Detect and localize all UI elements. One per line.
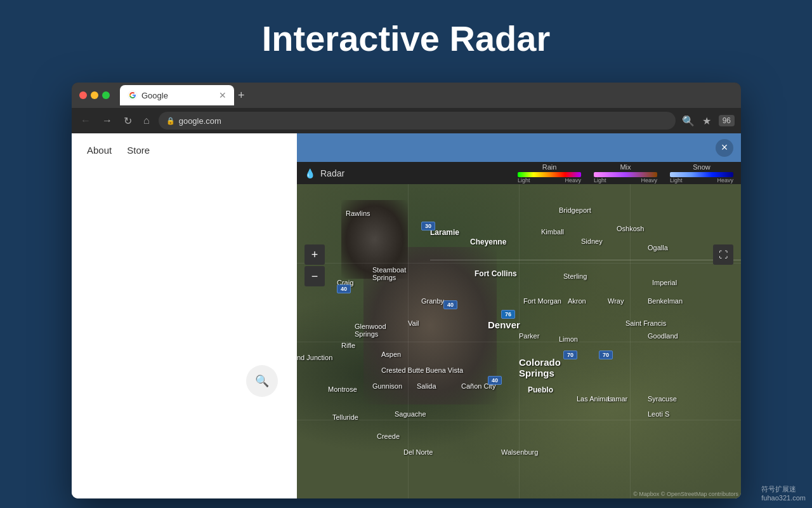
radar-drops-icon: 💧 [304, 168, 315, 178]
bookmark-icon[interactable]: ★ [702, 115, 711, 127]
map-container[interactable]: Rawlins Laramie Cheyenne Bridgeport Kimb… [297, 184, 741, 498]
map-zoom-controls: + − [304, 244, 325, 286]
zoom-badge: 96 [719, 115, 735, 126]
lock-icon: 🔒 [166, 117, 175, 125]
mix-light: Light [594, 177, 606, 184]
tab-title: Google [141, 91, 168, 100]
zoom-in-button[interactable]: + [304, 244, 325, 265]
bottom-watermark: 符号扩展迷 fuhao321.com [761, 485, 806, 502]
rain-heavy: Heavy [565, 177, 581, 184]
fullscreen-icon: ⛶ [719, 250, 728, 260]
mix-heavy: Heavy [641, 177, 657, 184]
radar-label: Radar [320, 168, 344, 178]
new-tab-button[interactable]: + [238, 89, 245, 102]
minimize-traffic-light[interactable] [91, 91, 98, 99]
snow-label: Snow [693, 163, 710, 171]
map-watermark: © Mapbox © OpenStreetMap contributors [633, 491, 738, 497]
search-icon[interactable]: 🔍 [682, 115, 695, 127]
address-field[interactable]: 🔒 google.com [159, 112, 676, 130]
close-traffic-light[interactable] [79, 91, 87, 99]
page-title: Interactive Radar [0, 0, 812, 72]
radar-legend: 💧 Radar Rain Light Heavy Mix [297, 162, 741, 184]
radar-topbar: × [297, 133, 741, 162]
rain-bar [518, 172, 581, 177]
forward-button[interactable]: → [100, 112, 115, 129]
search-magnifier-icon: 🔍 [255, 374, 269, 388]
maximize-traffic-light[interactable] [102, 91, 110, 99]
grid-line-v2 [519, 184, 520, 498]
close-x-icon: × [721, 141, 728, 154]
reload-button[interactable]: ↻ [121, 112, 134, 130]
mix-legend: Mix Light Heavy [594, 163, 657, 184]
snow-range: Light Heavy [670, 177, 733, 184]
back-button[interactable]: ← [78, 112, 93, 129]
tab-close-button[interactable]: ✕ [219, 90, 226, 100]
mix-range: Light Heavy [594, 177, 657, 184]
browser-titlebar: Google ✕ + [72, 83, 741, 108]
address-actions: 🔍 ★ 96 [682, 115, 735, 127]
home-button[interactable]: ⌂ [141, 112, 152, 129]
nav-menu: About Store [72, 133, 297, 167]
rain-legend: Rain Light Heavy [518, 163, 581, 184]
snow-bar [670, 172, 733, 177]
browser-window: Google ✕ + ← → ↻ ⌂ 🔒 google.com 🔍 ★ 96 A… [72, 83, 741, 498]
radar-title: 💧 Radar [304, 168, 344, 178]
grid-line-v3 [630, 184, 631, 498]
url-text: google.com [179, 116, 221, 126]
zoom-out-button[interactable]: − [304, 266, 325, 286]
browser-tab-active[interactable]: Google ✕ [120, 85, 234, 105]
radar-close-button[interactable]: × [716, 139, 733, 157]
snow-legend: Snow Light Heavy [670, 163, 733, 184]
watermark-site: 符号扩展迷 [761, 485, 806, 494]
snow-light: Light [670, 177, 683, 184]
legend-items: Rain Light Heavy Mix Light Heavy [518, 163, 733, 184]
left-panel: About Store 🔍 [72, 133, 297, 498]
radar-panel: × 💧 Radar Rain Light Heavy [297, 133, 741, 498]
traffic-lights [79, 91, 110, 99]
google-favicon [128, 90, 138, 100]
rain-light: Light [518, 177, 530, 184]
rain-label: Rain [542, 163, 557, 171]
browser-content: About Store 🔍 × 💧 Radar [72, 133, 741, 498]
fullscreen-button[interactable]: ⛶ [713, 244, 733, 265]
search-circle-button[interactable]: 🔍 [246, 365, 278, 397]
mix-label: Mix [620, 163, 631, 171]
snow-heavy: Heavy [717, 177, 733, 184]
tab-bar: Google ✕ + [120, 85, 733, 105]
state-border-co-wy [430, 260, 741, 260]
nav-store[interactable]: Store [127, 145, 150, 156]
mix-bar [594, 172, 657, 177]
rain-range: Light Heavy [518, 177, 581, 184]
watermark-url: fuhao321.com [761, 494, 806, 502]
mountain-area-2 [341, 200, 408, 279]
nav-about[interactable]: About [87, 145, 112, 156]
browser-addressbar: ← → ↻ ⌂ 🔒 google.com 🔍 ★ 96 [72, 108, 741, 133]
grid-line-v1 [408, 184, 409, 498]
